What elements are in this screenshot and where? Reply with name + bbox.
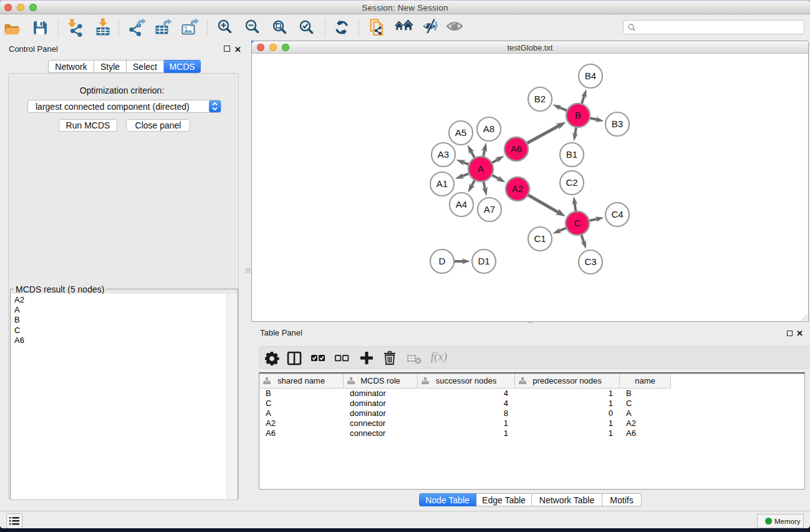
svg-text:B3: B3	[612, 118, 623, 129]
svg-text:A4: A4	[456, 199, 467, 210]
svg-text:C: C	[574, 218, 581, 228]
svg-text:A8: A8	[483, 123, 494, 134]
svg-text:D: D	[439, 256, 446, 266]
svg-text:B1: B1	[566, 149, 577, 160]
svg-text:A6: A6	[511, 143, 522, 154]
svg-text:A: A	[478, 163, 484, 174]
svg-text:B: B	[575, 110, 581, 120]
svg-text:C2: C2	[566, 177, 577, 188]
svg-text:C4: C4	[611, 209, 623, 220]
svg-text:A1: A1	[436, 178, 448, 189]
svg-text:C1: C1	[534, 233, 546, 244]
svg-text:A7: A7	[484, 204, 495, 215]
svg-text:D1: D1	[478, 256, 489, 266]
svg-text:B4: B4	[585, 70, 596, 81]
svg-text:A3: A3	[438, 149, 449, 160]
svg-text:B2: B2	[534, 94, 546, 104]
svg-text:A5: A5	[455, 127, 466, 138]
svg-text:C3: C3	[584, 256, 596, 267]
svg-text:A2: A2	[512, 183, 523, 194]
